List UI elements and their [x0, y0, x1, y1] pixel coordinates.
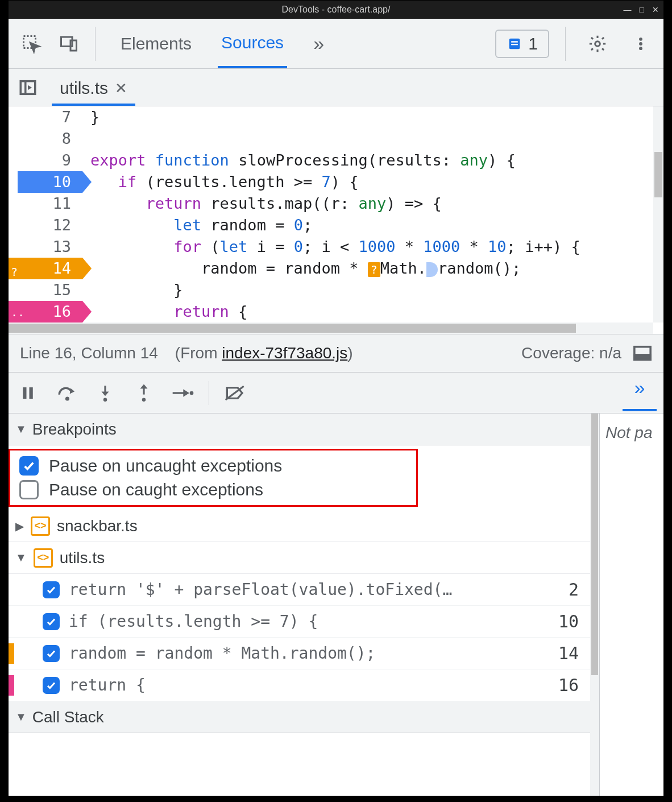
debugger-status-pane: Not pa	[600, 414, 663, 796]
pause-uncaught-row[interactable]: Pause on uncaught exceptions	[19, 454, 407, 478]
breakpoint-item[interactable]: return { 16	[9, 669, 599, 701]
svg-marker-26	[183, 389, 189, 396]
step-into-icon[interactable]	[93, 381, 118, 406]
code-content[interactable]: }export function slowProcessing(results:…	[90, 106, 663, 323]
line-number[interactable]: 11	[9, 193, 82, 214]
svg-point-7	[639, 37, 642, 40]
issues-badge[interactable]: 1	[495, 30, 549, 58]
line-number[interactable]: 8	[9, 128, 82, 150]
svg-marker-17	[70, 388, 75, 394]
more-menu-icon[interactable]	[625, 28, 657, 60]
line-number[interactable]: ··16	[9, 301, 82, 323]
svg-point-9	[639, 47, 642, 50]
breakpoint-code: return {	[69, 676, 146, 694]
source-from: (From index-73f73a80.js)	[175, 344, 353, 362]
breakpoint-code: random = random * Math.random();	[69, 644, 375, 663]
breakpoint-line-number: 10	[558, 611, 590, 631]
svg-rect-14	[634, 355, 650, 360]
toggle-drawer-icon[interactable]	[633, 345, 652, 362]
svg-point-27	[190, 391, 194, 395]
line-number[interactable]: 15	[9, 279, 82, 301]
pause-exceptions-box: Pause on uncaught exceptions Pause on ca…	[9, 449, 418, 507]
checkbox-checked-icon[interactable]	[43, 581, 60, 598]
line-number[interactable]: 12	[9, 214, 82, 236]
checkbox-checked-icon[interactable]	[43, 645, 60, 662]
deactivate-breakpoints-icon[interactable]	[223, 381, 248, 406]
window-titlebar: DevTools - coffee-cart.app/ — □ ✕	[9, 1, 663, 19]
step-icon[interactable]	[170, 381, 195, 406]
breakpoint-line-number: 14	[558, 643, 590, 663]
editor-scrollbar-vertical[interactable]	[653, 106, 663, 323]
file-icon: <>	[31, 516, 50, 536]
pause-resume-icon[interactable]	[15, 381, 40, 406]
callstack-label: Call Stack	[32, 708, 104, 726]
svg-rect-15	[23, 387, 26, 399]
svg-point-24	[142, 398, 146, 402]
tab-more-icon[interactable]: »	[310, 19, 327, 68]
settings-icon[interactable]	[582, 28, 613, 60]
breakpoint-item[interactable]: if (results.length >= 7) { 10	[9, 606, 599, 638]
chevron-down-icon: ▼	[15, 710, 27, 724]
pause-caught-row[interactable]: Pause on caught exceptions	[19, 478, 407, 502]
breakpoint-code: return '$' + parseFloat(value).toFixed(…	[69, 580, 452, 599]
breakpoint-file-label: utils.ts	[60, 549, 105, 567]
svg-point-21	[103, 398, 107, 402]
tab-elements[interactable]: Elements	[117, 20, 195, 67]
close-tab-icon[interactable]: ✕	[115, 80, 127, 97]
step-out-icon[interactable]	[131, 381, 156, 406]
coverage-status: Coverage: n/a	[521, 344, 621, 362]
inspect-element-icon[interactable]	[15, 28, 47, 60]
sidebar-scrollbar[interactable]	[590, 414, 599, 796]
line-gutter[interactable]: 78910111213?1415··16	[9, 106, 82, 323]
breakpoint-line-number: 2	[569, 580, 590, 600]
tab-sources[interactable]: Sources	[218, 19, 287, 68]
pause-uncaught-label: Pause on uncaught exceptions	[49, 456, 282, 476]
minimize-icon[interactable]: —	[624, 5, 632, 14]
breakpoints-header[interactable]: ▼ Breakpoints	[9, 414, 599, 445]
file-icon: <>	[34, 548, 53, 568]
checkbox-unchecked-icon[interactable]	[19, 480, 39, 499]
svg-point-18	[65, 396, 69, 400]
issues-count: 1	[528, 34, 538, 53]
line-number[interactable]: 9	[9, 150, 82, 171]
breakpoint-item[interactable]: random = random * Math.random(); 14	[9, 638, 599, 669]
breakpoint-line-number: 16	[558, 675, 590, 695]
navigator-toggle-icon[interactable]	[14, 74, 42, 101]
debugger-more-tabs-icon[interactable]: »	[623, 377, 657, 411]
svg-marker-23	[140, 384, 148, 388]
file-tab-utils[interactable]: utils.ts ✕	[52, 71, 135, 106]
code-editor[interactable]: 78910111213?1415··16 }export function sl…	[9, 106, 663, 334]
svg-point-8	[639, 42, 642, 46]
svg-point-6	[595, 41, 600, 46]
breakpoint-file-group[interactable]: ▼ <> utils.ts	[9, 542, 599, 574]
svg-marker-12	[28, 85, 32, 90]
checkbox-checked-icon[interactable]	[19, 456, 39, 476]
svg-marker-20	[102, 391, 109, 396]
breakpoint-file-group[interactable]: ▶ <> snackbar.ts	[9, 510, 599, 542]
source-map-link[interactable]: index-73f73a80.js	[222, 344, 347, 362]
breakpoint-file-label: snackbar.ts	[57, 517, 138, 535]
debugger-status-text: Not pa	[605, 424, 653, 441]
step-over-icon[interactable]	[54, 381, 79, 406]
line-number[interactable]: 10	[9, 171, 82, 193]
callstack-header[interactable]: ▼ Call Stack	[9, 701, 599, 733]
close-icon[interactable]: ✕	[652, 5, 659, 14]
line-number[interactable]: ?14	[9, 258, 82, 279]
file-tabstrip: utils.ts ✕	[9, 69, 663, 106]
maximize-icon[interactable]: □	[640, 5, 644, 14]
breakpoint-code: if (results.length >= 7) {	[69, 612, 318, 631]
debugger-toolbar: »	[9, 373, 663, 414]
device-toolbar-icon[interactable]	[53, 28, 85, 60]
editor-status-bar: Line 16, Column 14 (From index-73f73a80.…	[9, 334, 663, 373]
window-title: DevTools - coffee-cart.app/	[282, 5, 391, 15]
chevron-right-icon: ▶	[15, 519, 24, 533]
editor-scrollbar-horizontal[interactable]	[9, 323, 653, 334]
svg-rect-16	[30, 387, 33, 399]
line-number[interactable]: 7	[9, 106, 82, 128]
main-toolbar: Elements Sources » 1	[9, 19, 663, 69]
checkbox-checked-icon[interactable]	[43, 613, 60, 630]
line-number[interactable]: 13	[9, 236, 82, 258]
debugger-sidebar: ▼ Breakpoints Pause on uncaught exceptio…	[9, 414, 600, 796]
breakpoint-item[interactable]: return '$' + parseFloat(value).toFixed(……	[9, 574, 599, 606]
checkbox-checked-icon[interactable]	[43, 677, 60, 694]
